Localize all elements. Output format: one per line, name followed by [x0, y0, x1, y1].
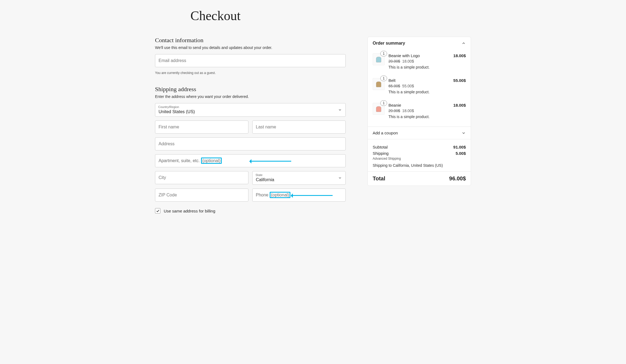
zip-input[interactable] [155, 189, 248, 202]
item-total: 55.00$ [453, 78, 466, 83]
coupon-label: Add a coupon [373, 131, 398, 135]
item-desc: This is a simple product. [388, 65, 466, 69]
cart-item: 1 Beanie with Logo 18.00$ 20.00$ 18.00$ … [373, 50, 466, 74]
shipping-method: Advanced Shipping [373, 157, 466, 161]
check-icon [156, 209, 160, 213]
item-name: Beanie with Logo [388, 53, 420, 58]
subtotal-amount: 91.00$ [453, 145, 466, 149]
subtotal-label: Subtotal [373, 145, 388, 149]
country-label: Country/Region [158, 105, 179, 109]
first-name-input[interactable] [155, 121, 248, 134]
same-billing-label: Use same address for billing [164, 209, 215, 213]
email-input[interactable] [155, 54, 346, 67]
order-summary-panel: Order summary 1 Beanie with Logo 18.00$ … [367, 37, 471, 186]
page-title: Checkout [190, 8, 471, 23]
shipping-amount: 5.00$ [455, 151, 466, 156]
product-thumb: 1 [373, 78, 385, 90]
item-orig-price: 20.00$ [388, 59, 400, 63]
shipping-heading: Shipping address [155, 86, 346, 93]
guest-note: You are currently checking out as a gues… [155, 71, 346, 75]
item-price: 55.00$ [402, 84, 414, 88]
qty-badge: 1 [380, 76, 387, 81]
item-orig-price: 65.00$ [388, 84, 400, 88]
qty-badge: 1 [380, 51, 387, 56]
item-price: 18.00$ [402, 109, 414, 113]
chevron-down-icon [461, 131, 466, 135]
product-icon [375, 80, 383, 88]
item-desc: This is a simple product. [388, 90, 466, 94]
item-name: Belt [388, 78, 396, 83]
shipping-desc: Enter the address where you want your or… [155, 94, 346, 99]
optional-highlight: (optional) [270, 192, 291, 198]
phone-placeholder-main: Phone [256, 193, 270, 197]
product-thumb: 1 [373, 103, 385, 115]
total-amount: 96.00$ [449, 175, 466, 182]
annotation-arrow [292, 195, 333, 196]
item-name: Beanie [388, 103, 401, 107]
shipping-to: Shipping to California, United States (U… [373, 163, 466, 168]
product-thumb: 1 [373, 53, 385, 65]
state-label: State [256, 173, 263, 177]
same-billing-checkbox[interactable] [155, 208, 160, 214]
city-input[interactable] [155, 171, 248, 184]
country-select[interactable]: United States (US) [155, 103, 346, 117]
order-summary-title: Order summary [373, 41, 405, 46]
shipping-label: Shipping [373, 151, 388, 156]
address-input[interactable] [155, 137, 346, 150]
product-icon [375, 105, 383, 113]
cart-item: 1 Belt 55.00$ 65.00$ 55.00$ This is a si… [373, 74, 466, 99]
order-summary-toggle[interactable]: Order summary [368, 37, 471, 50]
total-label: Total [373, 175, 385, 182]
item-orig-price: 20.00$ [388, 109, 400, 113]
chevron-up-icon [461, 41, 466, 45]
product-icon [375, 55, 383, 63]
item-price: 18.00$ [402, 59, 414, 63]
last-name-input[interactable] [252, 121, 346, 134]
annotation-arrow [250, 161, 291, 162]
contact-desc: We'll use this email to send you details… [155, 45, 346, 50]
item-desc: This is a simple product. [388, 115, 466, 119]
optional-highlight: (optional) [201, 158, 222, 164]
cart-item: 1 Beanie 18.00$ 20.00$ 18.00$ This is a … [373, 99, 466, 124]
state-select[interactable]: California [252, 171, 346, 185]
apartment-placeholder-main: Apartment, suite, etc. [159, 158, 201, 163]
add-coupon-toggle[interactable]: Add a coupon [368, 127, 471, 139]
item-total: 18.00$ [453, 53, 466, 58]
qty-badge: 1 [380, 100, 387, 106]
contact-heading: Contact information [155, 37, 346, 44]
item-total: 18.00$ [453, 103, 466, 107]
